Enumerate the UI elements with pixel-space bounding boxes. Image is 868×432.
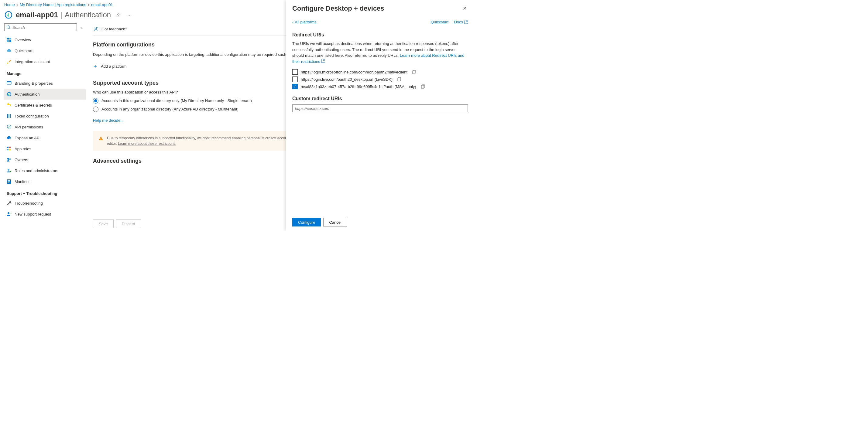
- nav-label: Quickstart: [14, 48, 32, 53]
- wrench-icon: [7, 201, 11, 205]
- search-input[interactable]: [12, 25, 75, 30]
- svg-point-22: [7, 158, 9, 160]
- app-registration-icon: [4, 11, 13, 19]
- external-link-icon: [464, 20, 468, 24]
- nav-label: Authentication: [14, 92, 39, 97]
- banner-link[interactable]: Learn more about these restrictions.: [118, 141, 176, 146]
- svg-point-29: [8, 212, 9, 214]
- sidebar-item-support-request[interactable]: + New support request: [4, 208, 86, 220]
- radio-icon: [93, 106, 98, 112]
- admin-icon: [7, 168, 11, 173]
- nav-label: Expose an API: [14, 136, 40, 140]
- breadcrumb-app[interactable]: email-app01: [91, 2, 113, 7]
- docs-link[interactable]: Docs: [454, 20, 468, 24]
- pin-icon[interactable]: [114, 11, 122, 19]
- uri-row-native: https://login.microsoftonline.com/common…: [292, 69, 468, 75]
- sidebar-item-overview[interactable]: Overview: [4, 34, 86, 45]
- add-platform-button[interactable]: ＋ Add a platform: [93, 62, 127, 71]
- sidebar-item-token[interactable]: Token configuration: [4, 110, 86, 122]
- radio-label: Accounts in this organizational director…: [101, 98, 252, 103]
- sidebar-item-roles-admins[interactable]: Roles and administrators: [4, 165, 86, 176]
- copy-icon[interactable]: [412, 70, 416, 74]
- svg-rect-6: [9, 40, 11, 42]
- sidebar-section-support: Support + Troubleshooting: [4, 187, 86, 198]
- checkbox[interactable]: [292, 76, 298, 82]
- sidebar-item-app-roles[interactable]: App roles: [4, 143, 86, 154]
- sidebar-search[interactable]: [4, 23, 77, 31]
- sidebar-item-troubleshooting[interactable]: Troubleshooting: [4, 198, 86, 208]
- nav-label: Token configuration: [14, 114, 49, 119]
- sidebar: « Overview Quickstart Integration assist…: [0, 23, 86, 230]
- svg-rect-3: [7, 38, 9, 39]
- svg-rect-27: [8, 181, 10, 181]
- configure-button[interactable]: Configure: [292, 218, 321, 227]
- owners-icon: [7, 157, 11, 162]
- save-button[interactable]: Save: [93, 220, 114, 228]
- sidebar-section-manage: Manage: [4, 67, 86, 78]
- search-icon: [6, 25, 11, 29]
- svg-rect-20: [7, 149, 8, 150]
- sidebar-item-integration[interactable]: Integration assistant: [4, 56, 86, 67]
- add-platform-label: Add a platform: [101, 64, 127, 69]
- uri-row-livesdk: https://login.live.com/oauth20_desktop.s…: [292, 76, 468, 82]
- uri-label: https://login.live.com/oauth20_desktop.s…: [301, 77, 393, 82]
- feedback-link[interactable]: Got feedback?: [101, 27, 127, 31]
- expose-icon: [7, 135, 11, 140]
- sidebar-item-owners[interactable]: Owners: [4, 154, 86, 165]
- svg-point-1: [7, 26, 10, 29]
- svg-rect-19: [9, 146, 11, 148]
- svg-rect-35: [412, 71, 415, 74]
- sidebar-item-quickstart[interactable]: Quickstart: [4, 45, 86, 56]
- plus-icon: ＋: [93, 63, 98, 69]
- uri-label: https://login.microsoftonline.com/common…: [301, 70, 407, 74]
- svg-point-17: [9, 137, 11, 139]
- radio-icon: [93, 98, 98, 103]
- svg-line-2: [9, 28, 11, 29]
- nav-label: New support request: [14, 212, 51, 217]
- svg-point-7: [7, 63, 8, 64]
- nav-label: Branding & properties: [14, 81, 53, 86]
- cloud-icon: [7, 48, 11, 53]
- copy-icon[interactable]: [397, 77, 402, 81]
- breadcrumb-home[interactable]: Home: [4, 2, 15, 7]
- sidebar-item-expose-api[interactable]: Expose an API: [4, 132, 86, 143]
- checkbox[interactable]: ✓: [292, 84, 298, 89]
- radio-label: Accounts in any organizational directory…: [101, 107, 239, 111]
- svg-rect-39: [422, 85, 424, 88]
- svg-rect-32: [100, 137, 101, 139]
- nav-label: Overview: [14, 38, 31, 42]
- checkbox[interactable]: [292, 69, 298, 75]
- svg-rect-37: [398, 78, 400, 81]
- page-title: email-app01 | Authentication: [16, 11, 111, 19]
- nav-label: Certificates & secrets: [14, 103, 52, 107]
- cancel-button[interactable]: Cancel: [323, 218, 347, 227]
- nav-label: Roles and administrators: [14, 168, 58, 173]
- chevron-left-icon: ‹: [292, 20, 293, 24]
- sidebar-item-manifest[interactable]: Manifest: [4, 176, 86, 187]
- svg-point-23: [9, 159, 11, 160]
- collapse-sidebar-icon[interactable]: «: [79, 24, 84, 31]
- copy-icon[interactable]: [421, 85, 425, 89]
- support-icon: +: [7, 211, 11, 217]
- breadcrumb-directory[interactable]: My Directory Name | App registrations: [20, 2, 86, 7]
- nav-label: API permissions: [14, 125, 43, 129]
- nav-label: Manifest: [14, 179, 29, 184]
- sidebar-item-branding[interactable]: Branding & properties: [4, 78, 86, 89]
- nav-label: Troubleshooting: [14, 201, 43, 205]
- svg-rect-33: [100, 139, 101, 140]
- sidebar-item-api-permissions[interactable]: API permissions: [4, 122, 86, 132]
- quickstart-link[interactable]: Quickstart: [431, 20, 449, 24]
- overview-icon: [7, 37, 11, 42]
- svg-point-31: [95, 27, 97, 29]
- more-icon[interactable]: ···: [125, 11, 134, 19]
- svg-rect-18: [7, 146, 8, 148]
- chevron-right-icon: ›: [88, 2, 89, 7]
- help-me-decide-link[interactable]: Help me decide...: [93, 118, 124, 123]
- svg-rect-16: [10, 114, 11, 118]
- sidebar-item-authentication[interactable]: Authentication: [4, 89, 86, 100]
- close-icon[interactable]: ✕: [462, 4, 468, 12]
- sidebar-item-certificates[interactable]: Certificates & secrets: [4, 100, 86, 110]
- custom-uri-input[interactable]: [292, 104, 468, 112]
- back-all-platforms[interactable]: ‹ All platforms: [292, 20, 317, 24]
- discard-button[interactable]: Discard: [116, 220, 141, 228]
